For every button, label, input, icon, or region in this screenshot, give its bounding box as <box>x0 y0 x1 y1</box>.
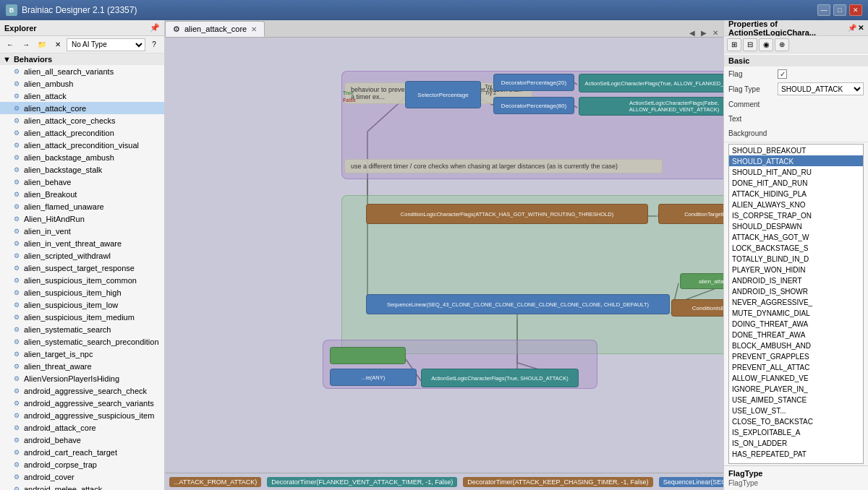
dropdown-item[interactable]: CLOSE_TO_BACKSTAC <box>729 416 863 426</box>
dropdown-item[interactable]: DOING_THREAT_AWA <box>729 318 863 329</box>
props-btn-3[interactable]: ◉ <box>759 38 773 51</box>
dropdown-item[interactable]: USE_AIMED_STANCE <box>729 394 863 405</box>
tree-item-android_aggressive_search_check[interactable]: ⚙android_aggressive_search_check <box>0 384 164 397</box>
tree-item-alien_behave[interactable]: ⚙alien_behave <box>0 176 164 188</box>
minimize-button[interactable]: — <box>817 4 830 16</box>
node-action-true[interactable]: ActionSetLogicCharacterFlags(True, ALLOW… <box>579 74 723 93</box>
dropdown-item[interactable]: IS_CORPSE_TRAP_ON <box>729 210 863 220</box>
dropdown-item[interactable]: ALLOW_FLANKED_VE <box>729 372 863 383</box>
tree-item-android_cover[interactable]: ⚙android_cover <box>0 470 164 483</box>
clear-button[interactable]: ✕ <box>51 38 65 51</box>
behaviors-group[interactable]: ▼ Behaviors <box>0 53 164 65</box>
close-button[interactable]: ✕ <box>849 4 862 16</box>
tree-item-alien_scripted_withdrawl[interactable]: ⚙alien_scripted_withdrawl <box>0 249 164 262</box>
bottom-node-1[interactable]: ...ATTACK_FROM_ATTACK) <box>169 477 261 487</box>
dropdown-item[interactable]: USE_LOW_ST... <box>729 405 863 416</box>
node-selector-percentage[interactable]: SelectorPercentage Try 1Try 2 <box>405 81 481 108</box>
tree-item-alien_attack_core[interactable]: ⚙alien_attack_core <box>0 102 164 114</box>
tree-item-android_cart_reach_target[interactable]: ⚙android_cart_reach_target <box>0 446 164 458</box>
tree-item-alien_systematic_search_precondition[interactable]: ⚙alien_systematic_search_precondition <box>0 335 164 348</box>
dropdown-item[interactable]: TOTALLY_BLIND_IN_D <box>729 253 863 264</box>
dropdown-item[interactable]: IS_ON_LADDER <box>729 437 863 448</box>
tree-item-android_melee_attack[interactable]: ⚙android_melee_attack <box>0 483 164 490</box>
tab-close-panel[interactable]: ✕ <box>710 29 720 37</box>
node-green-rect[interactable] <box>330 347 406 364</box>
dropdown-item[interactable]: IS_EXPLOITABLE_A <box>729 426 863 437</box>
dropdown-item[interactable]: MUTE_DYNAMIC_DIAL <box>729 307 863 318</box>
flag-checkbox[interactable] <box>778 69 787 79</box>
tree-item-alien_suspicious_item_common[interactable]: ⚙alien_suspicious_item_common <box>0 274 164 286</box>
node-attack-core-checks[interactable]: alien_attack_core_checks <box>680 273 723 289</box>
node-condition-logic[interactable]: ConditionLogicCharacterFlags(ATTACK_HAS_… <box>366 204 648 224</box>
dropdown-item[interactable]: DONE_HIT_AND_RUN <box>729 177 863 188</box>
canvas-area[interactable]: behaviour to prevent double backs for no… <box>165 38 723 473</box>
dropdown-item[interactable]: PREVENT_GRAPPLES <box>729 351 863 361</box>
props-btn-2[interactable]: ⊟ <box>743 38 757 51</box>
tree-item-alien_in_vent[interactable]: ⚙alien_in_vent <box>0 225 164 237</box>
tree-item-alien_attack_core_checks[interactable]: ⚙alien_attack_core_checks <box>0 114 164 126</box>
tree-item-alien_threat_aware[interactable]: ⚙alien_threat_aware <box>0 360 164 372</box>
bottom-node-3[interactable]: DecoratorTimer(ATTACK_KEEP_CHASING_TIMER… <box>463 477 652 487</box>
dropdown-item[interactable]: LOCK_BACKSTAGE_S <box>729 242 863 253</box>
window-controls[interactable]: — □ ✕ <box>817 4 862 16</box>
tree-item-android_attack_core[interactable]: ⚙android_attack_core <box>0 421 164 434</box>
dropdown-item[interactable]: PREVENT_ALL_ATTAC <box>729 361 863 372</box>
tree-item-AlienVersionPlayerIsHiding[interactable]: ⚙AlienVersionPlayerIsHiding <box>0 372 164 384</box>
dropdown-item[interactable]: BLOCK_AMBUSH_AND <box>729 340 863 351</box>
flag-type-dropdown-list[interactable]: SHOULD_BREAKOUTSHOULD_ATTACKSHOULD_HIT_A… <box>728 144 864 464</box>
tree-item-alien_target_is_npc[interactable]: ⚙alien_target_is_npc <box>0 348 164 360</box>
node-action-false[interactable]: ActionSetLogicCharacterFlags(False, ALLO… <box>579 97 723 116</box>
forward-button[interactable]: → <box>19 38 33 51</box>
tree-item-alien_backstage_stalk[interactable]: ⚙alien_backstage_stalk <box>0 163 164 176</box>
dropdown-item[interactable]: ANDROID_IS_INERT <box>729 275 863 285</box>
dropdown-item[interactable]: SHOULD_HIT_AND_RU <box>729 166 863 177</box>
dropdown-item[interactable]: PLAYER_WON_HIDIN <box>729 264 863 275</box>
tree-item-alien_suspicious_item_low[interactable]: ⚙alien_suspicious_item_low <box>0 298 164 311</box>
node-decorator-80[interactable]: DecoratorPercentage(80) <box>493 97 574 114</box>
dropdown-item[interactable]: ANDROID_IS_SHOWR <box>729 285 863 296</box>
dropdown-item[interactable]: SHOULD_ATTACK <box>729 155 863 166</box>
node-should-attack[interactable]: ActionSetLogicCharacterFlags(True, SHOUL… <box>421 369 579 387</box>
tree-item-alien_backstage_ambush[interactable]: ⚙alien_backstage_ambush <box>0 151 164 163</box>
tree-item-alien_suspicious_item_medium[interactable]: ⚙alien_suspicious_item_medium <box>0 311 164 323</box>
node-decorator-20[interactable]: DecoratorPercentage(20) <box>493 74 574 91</box>
props-btn-1[interactable]: ⊞ <box>727 38 741 51</box>
dropdown-item[interactable]: HAS_REPEATED_PAT <box>729 448 863 459</box>
tree-item-alien_all_search_variants[interactable]: ⚙alien_all_search_variants <box>0 65 164 77</box>
tree-item-alien_flamed_unaware[interactable]: ⚙alien_flamed_unaware <box>0 200 164 212</box>
tree-item-android_behave[interactable]: ⚙android_behave <box>0 434 164 446</box>
dropdown-item[interactable]: ALIEN_ALWAYS_KNO <box>729 199 863 210</box>
help-button[interactable]: ? <box>147 38 161 51</box>
node-seq-linear-main[interactable]: SequenceLinear(SEQ_43_CLONE_CLONE_CLONE_… <box>366 294 670 314</box>
dropdown-item[interactable]: ATTACK_HIDING_PLA <box>729 188 863 199</box>
tab-close-button[interactable]: ✕ <box>251 25 257 33</box>
tree-item-android_aggressive_search_variants[interactable]: ⚙android_aggressive_search_variants <box>0 397 164 409</box>
props-close[interactable]: ✕ <box>858 24 864 32</box>
tab-nav-left[interactable]: ◀ <box>687 29 697 37</box>
tab-alien-attack-core[interactable]: ⚙ alien_attack_core ✕ <box>165 21 265 37</box>
pin-icon[interactable]: 📌 <box>150 23 160 33</box>
tree-item-alien_suspect_target_response[interactable]: ⚙alien_suspect_target_response <box>0 262 164 274</box>
back-button[interactable]: ← <box>3 38 17 51</box>
node-selector-variable[interactable]: ...le(ANY) <box>330 369 417 386</box>
tree-item-alien_attack[interactable]: ⚙alien_attack <box>0 90 164 102</box>
dropdown-item[interactable]: DONE_THREAT_AWA <box>729 329 863 340</box>
tree-item-alien_attack_precondition[interactable]: ⚙alien_attack_precondition <box>0 126 164 139</box>
tree-item-android_corpse_trap[interactable]: ⚙android_corpse_trap <box>0 458 164 470</box>
flag-type-select[interactable]: SHOULD_ATTACK <box>778 82 864 95</box>
tree-item-alien_in_vent_threat_aware[interactable]: ⚙alien_in_vent_threat_aware <box>0 237 164 249</box>
bottom-node-2[interactable]: DecoratorTimer(FLANKED_VENT_ATTACK_TIMER… <box>267 477 457 487</box>
tree-item-Alien_HitAndRun[interactable]: ⚙Alien_HitAndRun <box>0 212 164 225</box>
props-btn-4[interactable]: ⊕ <box>775 38 789 51</box>
dropdown-item[interactable]: IGNORE_PLAYER_IN_ <box>729 383 863 394</box>
tree-item-alien_systematic_search[interactable]: ⚙alien_systematic_search <box>0 323 164 335</box>
dropdown-item[interactable]: SHOULD_BREAKOUT <box>729 145 863 155</box>
node-condition-routing[interactable]: ConditionTargetIsWithinRoutingDistance(2… <box>658 204 723 224</box>
node-condition-backstage[interactable]: ConditionIsBackstage TrueFalse <box>671 299 723 317</box>
maximize-button[interactable]: □ <box>833 4 846 16</box>
dropdown-item[interactable]: NEVER_AGGRESSIVE_ <box>729 296 863 307</box>
dropdown-item[interactable]: ATTACK_HAS_GOT_W <box>729 231 863 242</box>
props-pin[interactable]: 📌 <box>848 24 856 32</box>
tree-item-alien_attack_precondition_visual[interactable]: ⚙alien_attack_precondition_visual <box>0 139 164 151</box>
tree-item-alien_ambush[interactable]: ⚙alien_ambush <box>0 77 164 90</box>
